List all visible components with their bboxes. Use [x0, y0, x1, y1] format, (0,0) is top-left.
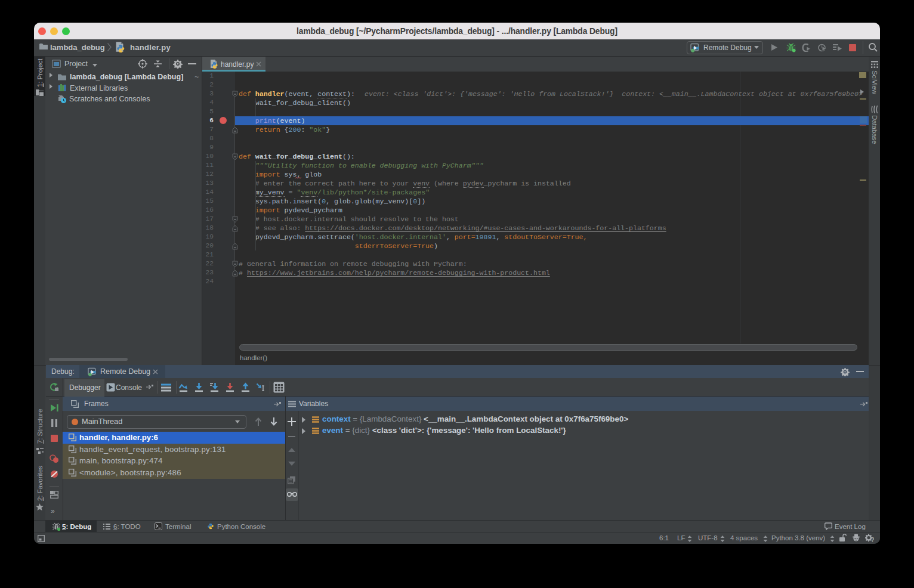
- svg-text:?: ?: [871, 537, 875, 543]
